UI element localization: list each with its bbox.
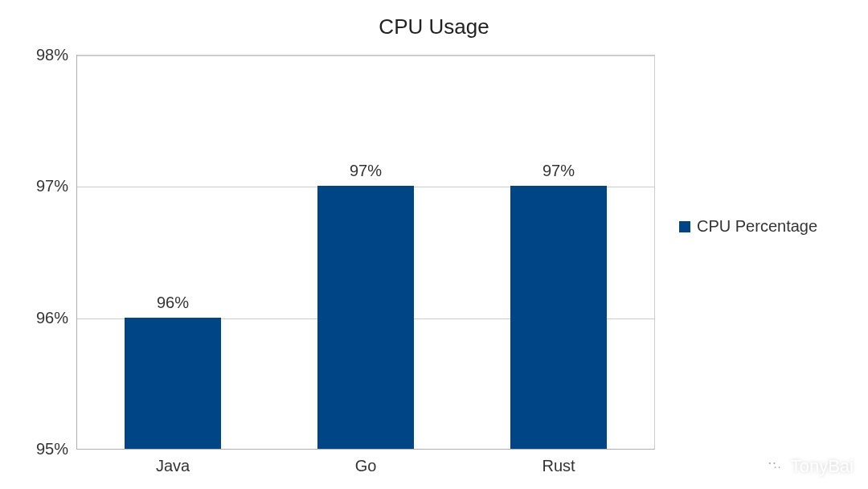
- plot-area: 96%97%97%: [76, 55, 655, 449]
- svg-point-3: [773, 462, 775, 464]
- bar: [510, 186, 607, 449]
- y-tick-label: 96%: [36, 308, 68, 327]
- legend-color-box: [679, 221, 690, 232]
- bar-value-label: 97%: [350, 162, 382, 187]
- y-tick-label: 95%: [36, 440, 68, 458]
- bar: [317, 186, 414, 449]
- y-axis: 95%96%97%98%: [0, 55, 76, 449]
- x-tick-label: Go: [355, 457, 377, 475]
- x-axis: JavaGoRust: [76, 449, 655, 481]
- y-tick-label: 97%: [36, 177, 68, 195]
- bar: [125, 318, 221, 449]
- svg-point-5: [778, 466, 780, 468]
- watermark-text: TonyBai: [791, 456, 854, 477]
- legend-label: CPU Percentage: [697, 217, 817, 236]
- wechat-icon: [764, 455, 786, 478]
- gridline: [76, 55, 654, 56]
- x-tick-label: Rust: [542, 457, 575, 475]
- chart-title: CPU Usage: [0, 14, 868, 39]
- chart-container: CPU Usage 96%97%97% 95%96%97%98% JavaGoR…: [0, 0, 868, 489]
- x-tick-label: Java: [156, 457, 190, 475]
- y-axis-line: [76, 55, 77, 449]
- bar-value-label: 96%: [157, 294, 189, 318]
- svg-point-2: [768, 462, 770, 464]
- y-tick-label: 98%: [36, 46, 68, 64]
- svg-point-1: [772, 463, 784, 473]
- bar-value-label: 97%: [542, 162, 575, 187]
- legend: CPU Percentage: [679, 217, 817, 236]
- svg-point-4: [774, 466, 776, 468]
- watermark: TonyBai: [764, 455, 854, 478]
